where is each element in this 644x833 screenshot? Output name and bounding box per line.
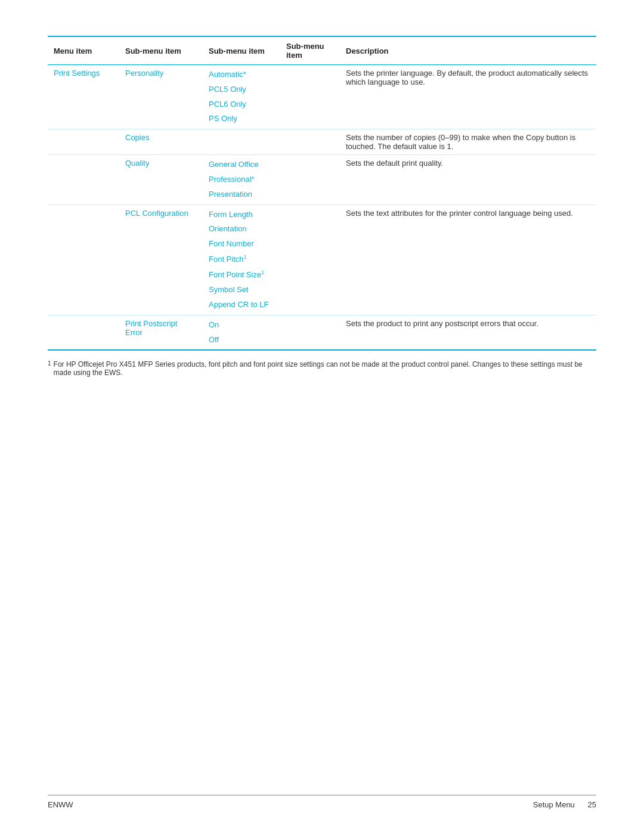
sub1-line1: Print Postscript (125, 319, 177, 328)
sub1-cell: PCL Configuration (119, 205, 203, 315)
sub3-cell (280, 155, 340, 205)
sub3-cell (280, 129, 340, 155)
sub2-value-3: Presentation (209, 188, 274, 201)
col-header-sub2: Sub-menu item (203, 37, 280, 65)
col-header-sub3: Sub-menu item (280, 37, 340, 65)
footer-right-label: Setup Menu 25 (533, 800, 596, 809)
footer-left-label: ENWW (48, 800, 73, 809)
table-row: PCL Configuration Form Length Orientatio… (48, 205, 596, 315)
menu-item-cell (48, 155, 119, 205)
col-header-desc: Description (340, 37, 596, 65)
sub1-label: Personality (125, 69, 163, 78)
page-container: Menu item Sub-menu item Sub-menu item Su… (0, 0, 644, 425)
sub2-cell: Automatic* PCL5 Only PCL6 Only PS Only (203, 65, 280, 129)
sub2-on: On (209, 319, 274, 332)
sub2-cell: General Office Professional* Presentatio… (203, 155, 280, 205)
footnote-section: 1 For HP Officejet Pro X451 MFP Series p… (48, 360, 596, 377)
menu-item-cell (48, 129, 119, 155)
menu-item-cell: Print Settings (48, 65, 119, 129)
desc-cell: Sets the default print quality. (340, 155, 596, 205)
menu-item-cell (48, 205, 119, 315)
desc-cell: Sets the text attributes for the printer… (340, 205, 596, 315)
footer-setup-menu: Setup Menu (533, 800, 575, 809)
sub2-orientation: Orientation (209, 223, 274, 236)
sub2-value-2: Professional* (209, 174, 274, 186)
sub1-cell: Copies (119, 129, 203, 155)
footer-page-number: 25 (588, 800, 596, 809)
sub2-symbol-set: Symbol Set (209, 284, 274, 296)
sub2-font-point-size: Font Point Size1 (209, 268, 274, 281)
sub2-values: General Office Professional* Presentatio… (209, 159, 274, 200)
table-row: Copies Sets the number of copies (0–99) … (48, 129, 596, 155)
sub2-cell (203, 129, 280, 155)
sub2-values: Form Length Orientation Font Number Font… (209, 209, 274, 311)
sub1-label: PCL Configuration (125, 209, 188, 218)
sub1-label: Copies (125, 133, 149, 142)
sub1-line2: Error (125, 328, 143, 337)
sub2-value-2: PCL5 Only (209, 83, 274, 96)
settings-table: Menu item Sub-menu item Sub-menu item Su… (48, 37, 596, 351)
col-header-sub1: Sub-menu item (119, 37, 203, 65)
sub2-values: On Off (209, 319, 274, 346)
sub3-cell (280, 315, 340, 350)
sub2-cell: On Off (203, 315, 280, 350)
sub3-cell (280, 65, 340, 129)
footnote-number: 1 (48, 360, 51, 377)
menu-item-label: Print Settings (54, 69, 100, 78)
sub1-cell: Personality (119, 65, 203, 129)
sub2-font-number: Font Number (209, 238, 274, 250)
sub2-append-cr: Append CR to LF (209, 299, 274, 311)
sub1-cell: Quality (119, 155, 203, 205)
footnote-content: For HP Officejet Pro X451 MFP Series pro… (54, 360, 596, 377)
table-row: Print Postscript Error On Off Sets the p… (48, 315, 596, 350)
menu-item-cell (48, 315, 119, 350)
sub2-value-1: Automatic* (209, 69, 274, 81)
page-footer: ENWW Setup Menu 25 (48, 795, 596, 809)
sub2-value-1: General Office (209, 159, 274, 171)
sub2-off: Off (209, 334, 274, 346)
sub2-font-pitch: Font Pitch1 (209, 253, 274, 266)
table-row: Print Settings Personality Automatic* PC… (48, 65, 596, 129)
sub1-cell: Print Postscript Error (119, 315, 203, 350)
sub1-label: Print Postscript Error (125, 319, 177, 337)
sub2-value-3: PCL6 Only (209, 98, 274, 111)
col-header-menu: Menu item (48, 37, 119, 65)
desc-cell: Sets the number of copies (0–99) to make… (340, 129, 596, 155)
desc-cell: Sets the printer language. By default, t… (340, 65, 596, 129)
table-header-row: Menu item Sub-menu item Sub-menu item Su… (48, 37, 596, 65)
sub1-label: Quality (125, 159, 149, 168)
sub2-values: Automatic* PCL5 Only PCL6 Only PS Only (209, 69, 274, 125)
sub2-form-length: Form Length (209, 209, 274, 221)
desc-cell: Sets the product to print any postscript… (340, 315, 596, 350)
sub2-value-4: PS Only (209, 113, 274, 125)
table-row: Quality General Office Professional* Pre… (48, 155, 596, 205)
sub2-cell: Form Length Orientation Font Number Font… (203, 205, 280, 315)
sub3-cell (280, 205, 340, 315)
footnote-text: 1 For HP Officejet Pro X451 MFP Series p… (48, 360, 596, 377)
